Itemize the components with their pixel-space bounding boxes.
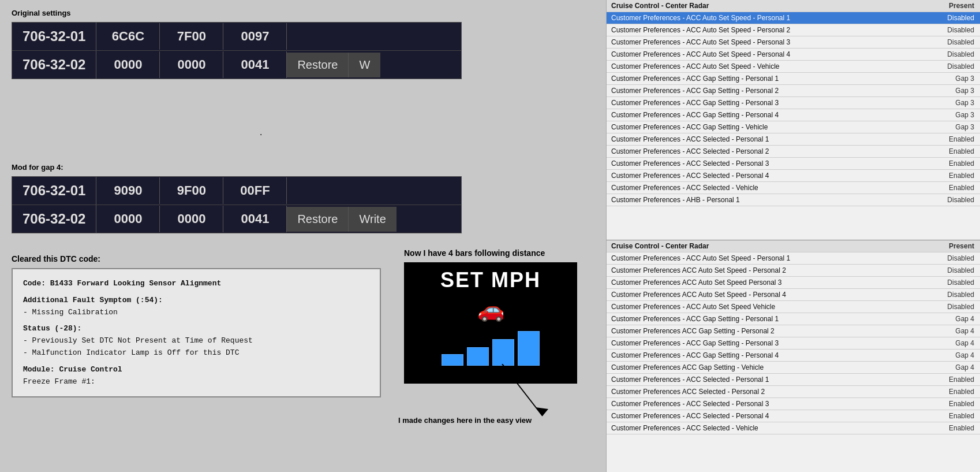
pref-label: Customer Preferences ACC Auto Set Speed …	[607, 265, 919, 277]
pref-value: Enabled	[919, 386, 980, 398]
list-item[interactable]: Customer Preferences - ACC Gap Setting -…	[607, 313, 980, 325]
pref-label: Customer Preferences - ACC Auto Set Spee…	[607, 36, 919, 49]
pref-label: Customer Preferences - ACC Selected - Pe…	[607, 410, 919, 422]
pref-label: Customer Preferences - ACC Selected - Pe…	[607, 398, 919, 410]
table-row: 706-32-02 0000 0000 0041 Restore Write	[12, 205, 461, 233]
pref-value: Disabled	[919, 289, 980, 301]
list-item[interactable]: Customer Preferences - ACC Gap Setting -…	[607, 337, 980, 350]
list-item[interactable]: Customer Preferences - ACC Gap Setting -…	[607, 85, 980, 97]
table-row: 706-32-01 9090 9F00 00FF	[12, 177, 461, 205]
pref-value: Gap 4	[919, 325, 980, 337]
mod-settings-table: 706-32-01 9090 9F00 00FF 706-32-02 0000 …	[12, 176, 462, 233]
list-item[interactable]: Customer Preferences - ACC Selected - Pe…	[607, 410, 980, 422]
bar-1	[442, 354, 463, 366]
header-label: Cruise Control - Center Radar	[607, 0, 919, 12]
pref-value: Gap 4	[919, 337, 980, 350]
list-item[interactable]: Customer Preferences - ACC Gap Setting -…	[607, 109, 980, 121]
before-preferences-table: Cruise Control - Center RadarPresentCust…	[607, 0, 980, 206]
mod-restore-button[interactable]: Restore	[287, 207, 349, 232]
list-item[interactable]: Customer Preferences - ACC Gap Setting -…	[607, 73, 980, 85]
list-item[interactable]: Customer Preferences ACC Gap Setting - P…	[607, 325, 980, 337]
pref-value: Enabled	[919, 158, 980, 170]
list-item[interactable]: Customer Preferences - ACC Auto Set Spee…	[607, 12, 980, 24]
pref-value: Enabled	[919, 422, 980, 434]
list-item[interactable]: Customer Preferences - ACC Selected - Pe…	[607, 158, 980, 170]
list-item[interactable]: Customer Preferences - ACC Auto Set Spee…	[607, 301, 980, 313]
pref-label: Customer Preferences - ACC Auto Set Spee…	[607, 252, 919, 265]
pref-value: Enabled	[919, 410, 980, 422]
list-item[interactable]: Customer Preferences ACC Selected - Pers…	[607, 386, 980, 398]
dtc-fault-title: Additional Fault Symptom (:54):	[23, 295, 369, 307]
pref-label: Customer Preferences - ACC Gap Setting -…	[607, 350, 919, 362]
pref-label: Customer Preferences - ACC Gap Setting -…	[607, 337, 919, 350]
pref-label: Customer Preferences - ACC Gap Setting -…	[607, 121, 919, 133]
list-item[interactable]: Customer Preferences ACC Auto Set Speed …	[607, 289, 980, 301]
list-item[interactable]: Customer Preferences ACC Gap Setting - V…	[607, 362, 980, 374]
original-settings-table: 706-32-01 6C6C 7F00 0097 706-32-02 0000 …	[12, 22, 462, 79]
list-item[interactable]: Customer Preferences - ACC Gap Setting -…	[607, 97, 980, 109]
pref-label: Customer Preferences - ACC Auto Set Spee…	[607, 24, 919, 36]
right-panel-after: Cruise Control - Center RadarPresentCust…	[606, 240, 980, 472]
dtc-freeze: Freeze Frame #1:	[23, 376, 369, 388]
mod-label: Mod for gap 4:	[12, 163, 594, 172]
mod-write-button[interactable]: Write	[349, 207, 396, 232]
list-item[interactable]: Customer Preferences - ACC Auto Set Spee…	[607, 36, 980, 49]
dtc-status-title: Status (-28):	[23, 323, 369, 335]
row1-val1: 6C6C	[96, 23, 160, 50]
list-item[interactable]: Customer Preferences ACC Auto Set Speed …	[607, 265, 980, 277]
bar-3	[492, 339, 514, 366]
mod-row2-val1: 0000	[96, 206, 160, 232]
left-panel: Original settings 706-32-01 6C6C 7F00 00…	[0, 0, 606, 472]
pref-value: Disabled	[919, 36, 980, 49]
pref-value: Disabled	[919, 301, 980, 313]
row2-val2: 0000	[160, 51, 223, 78]
pref-value: Enabled	[919, 398, 980, 410]
pref-value: Disabled	[919, 49, 980, 61]
list-item[interactable]: Customer Preferences - ACC Auto Set Spee…	[607, 61, 980, 73]
header-value: Present	[919, 0, 980, 12]
row2-id: 706-32-02	[12, 51, 96, 79]
pref-value: Gap 3	[919, 121, 980, 133]
list-item[interactable]: Customer Preferences - ACC Selected - Ve…	[607, 422, 980, 434]
table-header-row: Cruise Control - Center RadarPresent	[607, 0, 980, 12]
pref-label: Customer Preferences - AHB - Personal 1	[607, 194, 919, 206]
pref-value: Enabled	[919, 146, 980, 158]
list-item[interactable]: Customer Preferences - ACC Selected - Pe…	[607, 133, 980, 146]
mod-row1-val3: 00FF	[223, 177, 287, 204]
list-item[interactable]: Customer Preferences ACC Auto Set Speed …	[607, 277, 980, 289]
pref-value: Disabled	[919, 277, 980, 289]
pref-value: Disabled	[919, 24, 980, 36]
pref-value: Enabled	[919, 182, 980, 194]
header-value: Present	[919, 240, 980, 252]
dtc-module: Module: Cruise Control	[23, 364, 369, 376]
bar-2	[467, 347, 489, 366]
list-item[interactable]: Customer Preferences - AHB - Personal 1D…	[607, 194, 980, 206]
after-preferences-table: Cruise Control - Center RadarPresentCust…	[607, 240, 980, 434]
list-item[interactable]: Customer Preferences - ACC Selected - Pe…	[607, 374, 980, 386]
list-item[interactable]: Customer Preferences - ACC Selected - Pe…	[607, 146, 980, 158]
list-item[interactable]: Customer Preferences - ACC Selected - Pe…	[607, 170, 980, 182]
pref-label: Customer Preferences - ACC Gap Setting -…	[607, 109, 919, 121]
list-item[interactable]: Customer Preferences - ACC Auto Set Spee…	[607, 49, 980, 61]
set-mph-display: SET MPH 🚗	[404, 262, 577, 384]
pref-label: Customer Preferences ACC Auto Set Speed …	[607, 289, 919, 301]
pref-value: Gap 3	[919, 85, 980, 97]
list-item[interactable]: Customer Preferences - ACC Selected - Pe…	[607, 398, 980, 410]
list-item[interactable]: Customer Preferences - ACC Gap Setting -…	[607, 350, 980, 362]
pref-label: Customer Preferences ACC Gap Setting - V…	[607, 362, 919, 374]
list-item[interactable]: Customer Preferences - ACC Auto Set Spee…	[607, 252, 980, 265]
table-row: 706-32-02 0000 0000 0041 Restore W	[12, 51, 461, 79]
list-item[interactable]: Customer Preferences - ACC Gap Setting -…	[607, 121, 980, 133]
write-button[interactable]: W	[349, 53, 380, 77]
pref-label: Customer Preferences ACC Gap Setting - P…	[607, 325, 919, 337]
pref-label: Customer Preferences - ACC Selected - Pe…	[607, 146, 919, 158]
pref-value: Gap 3	[919, 73, 980, 85]
list-item[interactable]: Customer Preferences - ACC Auto Set Spee…	[607, 24, 980, 36]
restore-button[interactable]: Restore	[287, 53, 349, 77]
list-item[interactable]: Customer Preferences - ACC Selected - Ve…	[607, 182, 980, 194]
pref-value: Gap 4	[919, 313, 980, 325]
bars-visual	[442, 331, 540, 366]
car-icon: 🚗	[477, 297, 504, 322]
mod-row2-id: 706-32-02	[12, 205, 96, 233]
mod-row2-val2: 0000	[160, 206, 223, 232]
